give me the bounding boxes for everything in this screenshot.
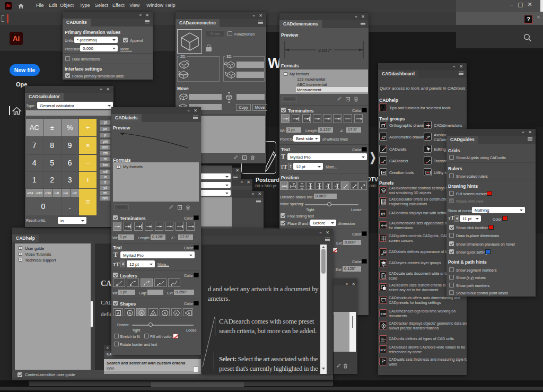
svg-text:in: in [382,337,384,340]
svg-text:A: A [152,312,154,316]
svg-text:N:V: N:V [381,349,386,352]
svg-text:A: A [164,311,167,315]
svg-text:0:00: 0:00 [381,312,387,316]
svg-text:A: A [117,311,120,315]
svg-text:A: A [188,311,190,315]
svg-text:A: A [176,311,178,315]
svg-text:1:2: 1:2 [382,275,386,278]
svg-text:XY: XY [381,212,386,216]
svg-text:A: A [141,311,143,315]
svg-text:A: A [129,311,132,315]
svg-text:2.847": 2.847" [318,48,332,53]
svg-text:cm: cm [381,340,384,343]
